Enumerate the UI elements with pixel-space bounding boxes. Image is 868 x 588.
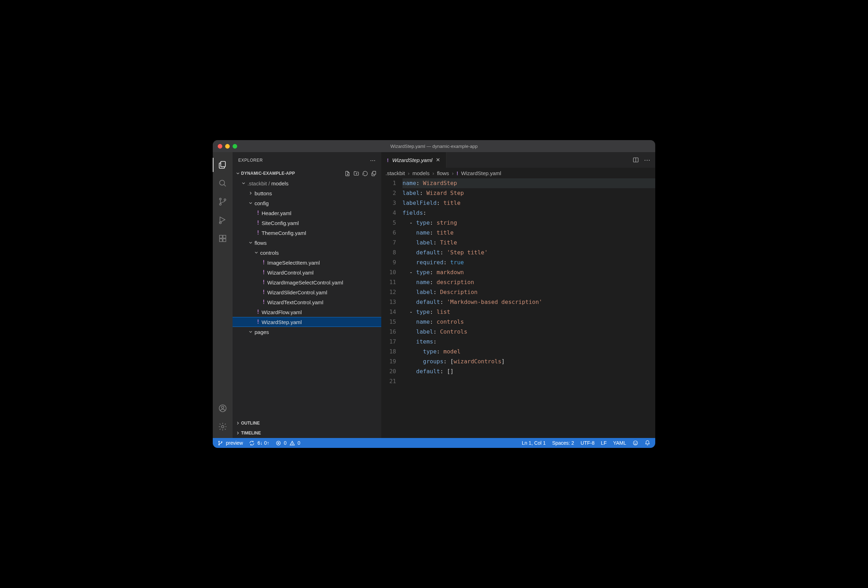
project-name: DYNAMIC-EXAMPLE-APP bbox=[241, 171, 295, 176]
svg-point-3 bbox=[220, 198, 221, 200]
tree-folder-buttons[interactable]: buttons bbox=[233, 188, 381, 198]
svg-point-28 bbox=[292, 444, 292, 444]
code-content[interactable]: name: WizardSteplabel: Wizard SteplabelF… bbox=[403, 178, 655, 438]
svg-point-13 bbox=[221, 426, 224, 428]
svg-point-31 bbox=[636, 442, 636, 443]
line-gutter: 123456789101112131415161718192021 bbox=[381, 178, 403, 438]
yaml-icon: ! bbox=[260, 299, 267, 305]
yaml-icon: ! bbox=[254, 309, 261, 315]
bell-icon bbox=[645, 440, 650, 446]
svg-point-6 bbox=[220, 222, 221, 224]
yaml-icon: ! bbox=[457, 170, 458, 176]
svg-point-29 bbox=[633, 441, 638, 445]
svg-point-23 bbox=[221, 442, 222, 443]
tree-folder-controls[interactable]: controls bbox=[233, 248, 381, 258]
sync-icon bbox=[249, 441, 254, 446]
status-sync[interactable]: 6↓ 0↑ bbox=[249, 440, 269, 446]
svg-rect-9 bbox=[223, 239, 226, 242]
error-icon bbox=[276, 441, 281, 446]
yaml-icon: ! bbox=[260, 259, 267, 266]
status-branch[interactable]: preview bbox=[218, 440, 243, 446]
tree-file-wizardslidercontrol-yaml[interactable]: !WizardSliderControl.yaml bbox=[233, 287, 381, 297]
activity-source-control[interactable] bbox=[213, 193, 233, 211]
vscode-window: WizardStep.yaml — dynamic-example-app bbox=[213, 140, 655, 448]
yaml-icon: ! bbox=[260, 279, 267, 286]
file-tree: .stackbit / models buttons config !Heade… bbox=[233, 178, 381, 418]
tree-file-themeconfig-yaml[interactable]: !ThemeConfig.yaml bbox=[233, 228, 381, 238]
status-language[interactable]: YAML bbox=[613, 440, 626, 446]
activity-accounts[interactable] bbox=[213, 399, 233, 417]
warning-icon bbox=[289, 441, 295, 446]
timeline-section[interactable]: TIMELINE bbox=[233, 428, 381, 438]
titlebar: WizardStep.yaml — dynamic-example-app bbox=[213, 140, 655, 152]
svg-rect-8 bbox=[220, 239, 222, 242]
chevron-right-icon bbox=[235, 430, 241, 436]
status-eol[interactable]: LF bbox=[601, 440, 607, 446]
svg-line-2 bbox=[224, 184, 226, 186]
traffic-lights bbox=[213, 144, 237, 149]
svg-point-21 bbox=[219, 441, 220, 442]
close-tab-button[interactable]: ✕ bbox=[436, 157, 440, 163]
code-editor[interactable]: 123456789101112131415161718192021 name: … bbox=[381, 178, 655, 438]
activity-search[interactable] bbox=[213, 174, 233, 193]
split-editor-button[interactable] bbox=[633, 157, 639, 163]
svg-rect-10 bbox=[223, 235, 226, 238]
sidebar-more-button[interactable]: ⋯ bbox=[370, 157, 376, 164]
refresh-button[interactable] bbox=[362, 171, 368, 177]
yaml-icon: ! bbox=[260, 289, 267, 295]
tab-bar: ! WizardStep.yaml ✕ ⋯ bbox=[381, 152, 655, 168]
status-encoding[interactable]: UTF-8 bbox=[580, 440, 595, 446]
status-indent[interactable]: Spaces: 2 bbox=[552, 440, 574, 446]
tree-file-wizardcontrol-yaml[interactable]: !WizardControl.yaml bbox=[233, 267, 381, 277]
editor-more-button[interactable]: ⋯ bbox=[644, 156, 650, 164]
svg-point-22 bbox=[219, 444, 220, 445]
account-icon bbox=[218, 404, 227, 413]
outline-section[interactable]: OUTLINE bbox=[233, 418, 381, 428]
status-problems[interactable]: 0 0 bbox=[276, 440, 301, 446]
collapse-all-button[interactable] bbox=[371, 171, 377, 177]
tree-folder-flows[interactable]: flows bbox=[233, 238, 381, 248]
activity-extensions[interactable] bbox=[213, 229, 233, 248]
new-file-button[interactable] bbox=[344, 171, 350, 177]
svg-point-1 bbox=[220, 180, 224, 185]
extensions-icon bbox=[218, 234, 227, 243]
breadcrumb[interactable]: .stackbit› models› flows› ! WizardStep.y… bbox=[381, 168, 655, 178]
tab-wizardstep[interactable]: ! WizardStep.yaml ✕ bbox=[381, 152, 446, 168]
activity-manage[interactable] bbox=[213, 417, 233, 436]
editor-group: ! WizardStep.yaml ✕ ⋯ .stackbit› models›… bbox=[381, 152, 655, 438]
yaml-icon: ! bbox=[387, 157, 389, 163]
tree-folder-pages[interactable]: pages bbox=[233, 327, 381, 337]
sidebar-title: EXPLORER bbox=[238, 158, 263, 163]
play-bug-icon bbox=[218, 215, 227, 225]
gear-icon bbox=[218, 422, 227, 431]
activity-run-debug[interactable] bbox=[213, 211, 233, 229]
files-icon bbox=[218, 160, 227, 169]
zoom-window-button[interactable] bbox=[233, 144, 237, 149]
tree-folder-stackbit-models[interactable]: .stackbit / models bbox=[233, 178, 381, 188]
tree-folder-config[interactable]: config bbox=[233, 198, 381, 208]
tree-file-wizardflow-yaml[interactable]: !WizardFlow.yaml bbox=[233, 307, 381, 317]
close-window-button[interactable] bbox=[218, 144, 222, 149]
activity-explorer[interactable] bbox=[213, 156, 233, 174]
tree-file-imageselectitem-yaml[interactable]: !ImageSelectItem.yaml bbox=[233, 258, 381, 267]
tree-file-header-yaml[interactable]: !Header.yaml bbox=[233, 208, 381, 218]
feedback-icon bbox=[633, 440, 638, 446]
svg-rect-7 bbox=[220, 235, 222, 238]
activity-bar bbox=[213, 152, 233, 438]
folder-header[interactable]: DYNAMIC-EXAMPLE-APP bbox=[233, 168, 381, 178]
chevron-down-icon bbox=[235, 171, 241, 176]
tree-file-wizardtextcontrol-yaml[interactable]: !WizardTextControl.yaml bbox=[233, 297, 381, 307]
tree-file-siteconfig-yaml[interactable]: !SiteConfig.yaml bbox=[233, 218, 381, 228]
status-notifications[interactable] bbox=[645, 440, 650, 446]
tree-file-wizardstep-yaml[interactable]: !WizardStep.yaml bbox=[233, 317, 381, 327]
new-folder-button[interactable] bbox=[353, 171, 359, 177]
status-feedback[interactable] bbox=[633, 440, 638, 446]
yaml-icon: ! bbox=[254, 210, 261, 216]
svg-rect-0 bbox=[221, 161, 226, 167]
status-bar: preview 6↓ 0↑ 0 0 Ln 1, Col 1 Spaces: 2 … bbox=[213, 438, 655, 448]
chevron-right-icon bbox=[235, 421, 241, 426]
minimize-window-button[interactable] bbox=[225, 144, 230, 149]
svg-point-12 bbox=[221, 406, 224, 409]
status-cursor-pos[interactable]: Ln 1, Col 1 bbox=[522, 440, 546, 446]
tree-file-wizardimageselectcontrol-yaml[interactable]: !WizardImageSelectControl.yaml bbox=[233, 277, 381, 287]
